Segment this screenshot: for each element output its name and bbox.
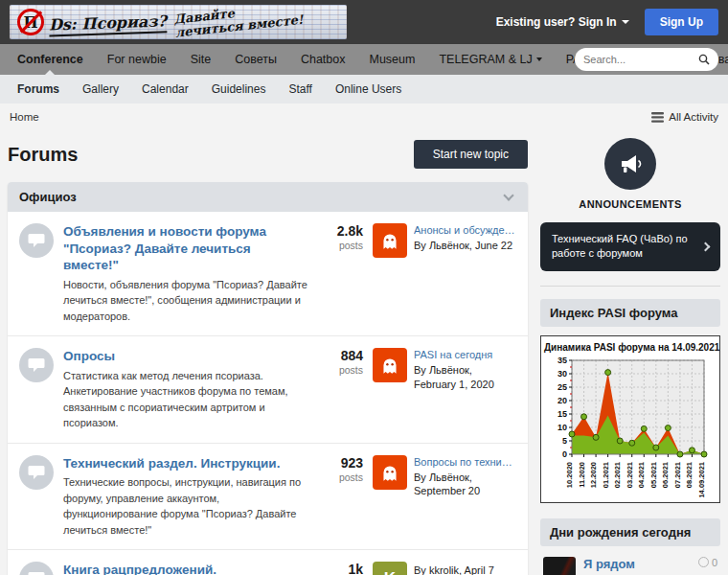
breadcrumb: Home All Activity <box>0 104 728 130</box>
subnav-guidelines[interactable]: Guidelines <box>212 82 266 96</box>
svg-text:04.2021: 04.2021 <box>637 462 646 488</box>
svg-text:35: 35 <box>557 356 567 365</box>
search-input[interactable] <box>583 54 698 65</box>
avatar[interactable] <box>543 557 576 575</box>
last-post-byline: By Львёнок, September 20 <box>414 471 516 498</box>
ghost-avatar-icon <box>378 354 401 377</box>
last-post-link[interactable]: Анонсы и обсуждение матер... <box>414 223 516 237</box>
ghost-avatar-icon <box>378 229 401 252</box>
pasi-index-header: Индекс PASI форума <box>540 299 720 327</box>
nav-item-museum[interactable]: Museum <box>369 53 415 66</box>
nav-item-chatbox[interactable]: Chatbox <box>301 53 346 66</box>
svg-text:15: 15 <box>557 409 567 419</box>
pasi-chart-svg: 0510152025303510.202011.202012.202001.20… <box>548 355 713 500</box>
svg-text:07.2021: 07.2021 <box>673 462 682 488</box>
all-activity-link[interactable]: All Activity <box>651 111 718 123</box>
chevron-down-icon <box>536 58 542 61</box>
nav-item-telegram-lj[interactable]: TELEGRAM & LJ <box>439 53 541 66</box>
reputation-badge: 0 <box>698 557 717 568</box>
sub-navigation: Forums Gallery Calendar Guidelines Staff… <box>0 75 728 104</box>
announcements-label: ANNOUNCEMENTS <box>540 198 720 210</box>
forum-row: Объявления и новости форума "Псориаз? Да… <box>8 212 528 335</box>
svg-text:10.2020: 10.2020 <box>565 462 574 488</box>
member-name-link[interactable]: Я рядом <box>583 557 691 571</box>
subnav-gallery[interactable]: Gallery <box>82 82 119 96</box>
avatar[interactable] <box>373 455 407 490</box>
birthday-member: Я рядом Forum members Joined: October 15… <box>540 546 720 575</box>
svg-text:01.2021: 01.2021 <box>602 462 610 488</box>
ghost-avatar-icon <box>378 461 401 484</box>
category-header[interactable]: Официоз <box>8 182 528 212</box>
no-psoriasis-icon: П <box>17 9 44 35</box>
search-box[interactable] <box>575 48 718 71</box>
svg-text:08.2021: 08.2021 <box>685 462 694 488</box>
forum-description: Технические вопросы, инструкции, навигац… <box>63 474 309 538</box>
avatar[interactable] <box>373 348 407 382</box>
category-oficioz: Официоз Объявления и новости форума "Псо… <box>8 182 528 575</box>
forum-row: Технический раздел. Инструкции. Техничес… <box>8 443 528 550</box>
forum-description: Статистика как метод лечения псориаза. А… <box>63 368 309 431</box>
last-post-link[interactable]: Вопросы по технической ча... <box>414 455 516 469</box>
page-title: Forums <box>8 144 78 166</box>
last-post-byline: By kkrolik, April 7 <box>414 564 494 575</box>
forum-comments-icon <box>19 223 54 258</box>
chevron-down-icon[interactable] <box>503 190 513 200</box>
last-post-byline: By Львёнок, February 1, 2020 <box>414 363 516 391</box>
svg-text:02.2021: 02.2021 <box>613 462 622 488</box>
subnav-staff[interactable]: Staff <box>288 82 311 96</box>
forum-stats: 923 posts <box>319 455 363 483</box>
nav-item-site[interactable]: Site <box>191 53 212 66</box>
svg-text:05.2021: 05.2021 <box>649 462 658 488</box>
chart-title: Динамика PASI форума на 14.09.2021 <box>544 342 717 353</box>
svg-text:12.2020: 12.2020 <box>589 462 598 488</box>
avatar[interactable] <box>373 223 407 258</box>
forum-title-link[interactable]: Объявления и новости форума "Псориаз? Да… <box>63 223 309 274</box>
sign-in-link[interactable]: Existing user? Sign In <box>496 15 629 29</box>
divider <box>540 286 720 287</box>
forum-stats: 2.8k posts <box>319 223 363 251</box>
site-header: П Ds: Псориаз? Давайте лечиться вместе! … <box>0 0 728 44</box>
forum-stats: 884 posts <box>319 348 363 376</box>
forum-title-link[interactable]: Технический раздел. Инструкции. <box>63 455 309 472</box>
svg-text:03.2021: 03.2021 <box>626 462 634 488</box>
chevron-right-icon <box>701 242 711 251</box>
svg-text:25: 25 <box>557 382 567 392</box>
subnav-calendar[interactable]: Calendar <box>142 82 189 96</box>
sidebar: ANNOUNCEMENTS Технический FAQ (ЧаВо) по … <box>540 134 720 575</box>
nav-item-conference[interactable]: Conference <box>17 53 83 66</box>
avatar[interactable]: K <box>373 562 407 575</box>
last-post-byline: By Львёнок, June 22 <box>414 239 516 252</box>
svg-text:30: 30 <box>557 369 567 379</box>
forum-title-link[interactable]: Опросы <box>63 348 309 365</box>
svg-text:20: 20 <box>557 396 567 405</box>
svg-text:11.2020: 11.2020 <box>578 462 586 488</box>
breadcrumb-home[interactable]: Home <box>10 111 39 123</box>
site-logo[interactable]: П Ds: Псориаз? Давайте лечиться вместе! <box>10 5 347 39</box>
subnav-online-users[interactable]: Online Users <box>335 82 401 96</box>
forum-row: Книга рацпредложений. Для предложений, п… <box>8 549 528 575</box>
start-new-topic-button[interactable]: Start new topic <box>414 140 528 169</box>
nav-item-sovety[interactable]: Советы <box>235 53 277 66</box>
announcement-item[interactable]: Технический FAQ (ЧаВо) по работе с форум… <box>540 222 720 271</box>
forum-title-link[interactable]: Книга рацпредложений. <box>63 562 309 575</box>
forum-comments-icon <box>19 562 54 575</box>
chevron-down-icon <box>622 20 629 24</box>
forum-comments-icon <box>19 348 54 382</box>
last-post-link[interactable]: PASI на сегодня <box>414 348 516 361</box>
activity-stream-icon <box>651 112 664 123</box>
sign-up-button[interactable]: Sign Up <box>645 9 718 35</box>
subnav-forums[interactable]: Forums <box>17 82 59 96</box>
svg-text:10: 10 <box>557 423 567 432</box>
reputation-icon <box>698 557 709 567</box>
forums-main-column: Forums Start new topic Официоз Объявлени… <box>8 134 528 575</box>
svg-text:0: 0 <box>562 449 567 459</box>
logo-text: Ds: Псориаз? Давайте лечиться вместе! <box>49 5 304 39</box>
search-icon[interactable] <box>698 54 710 65</box>
svg-text:06.2021: 06.2021 <box>661 462 670 488</box>
forum-row: Опросы Статистика как метод лечения псор… <box>8 335 528 443</box>
nav-item-for-newbie[interactable]: For newbie <box>107 53 167 66</box>
megaphone-icon <box>604 138 656 190</box>
pasi-chart[interactable]: Динамика PASI форума на 14.09.2021 05101… <box>540 335 720 503</box>
birthdays-header: Дни рождения сегодня <box>540 518 720 546</box>
forum-comments-icon <box>19 455 54 490</box>
